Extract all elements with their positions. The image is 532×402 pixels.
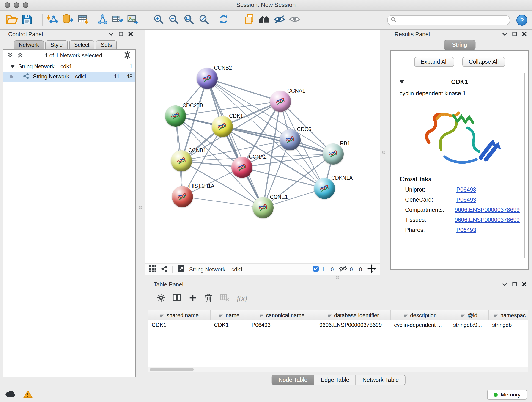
import-table-button[interactable]	[76, 13, 90, 27]
column-header-namespac[interactable]: namespac	[489, 310, 528, 320]
panel-close-icon[interactable]	[522, 31, 526, 38]
column-header-canonical-name[interactable]: canonical name	[248, 310, 316, 320]
panel-close-icon[interactable]	[128, 31, 133, 38]
minimize-window-button[interactable]	[14, 2, 19, 8]
network-row[interactable]: String Network – cdk1 11 48	[3, 71, 135, 82]
network-node-CCNB1[interactable]	[171, 150, 192, 172]
trash-icon[interactable]	[204, 293, 212, 304]
tab-network[interactable]: Network	[14, 40, 44, 49]
tab-style[interactable]: Style	[45, 40, 68, 49]
zoom-in-button[interactable]	[151, 13, 165, 27]
splitter-handle[interactable]	[139, 206, 142, 209]
share-network-icon[interactable]	[161, 265, 168, 274]
import-database-button[interactable]	[60, 13, 75, 27]
expand-all-button[interactable]: Expand All	[414, 57, 454, 67]
chevron-double-down-icon[interactable]	[7, 52, 13, 59]
network-node-CDC6[interactable]	[279, 129, 301, 150]
disclosure-triangle-icon[interactable]	[11, 63, 15, 70]
open-session-button[interactable]	[5, 13, 19, 27]
tab-sets[interactable]: Sets	[96, 40, 117, 49]
birdseye-grid-icon[interactable]	[149, 265, 156, 274]
splitter-handle[interactable]	[336, 276, 339, 279]
search-input[interactable]	[399, 16, 506, 24]
panel-float-icon[interactable]	[119, 31, 123, 38]
panel-float-icon[interactable]	[512, 31, 517, 38]
tab-string[interactable]: String	[444, 40, 475, 50]
zoom-window-button[interactable]	[23, 2, 28, 8]
table-cell[interactable]: P06493	[248, 320, 316, 330]
table-cell[interactable]: CDK1	[148, 320, 211, 330]
table-cell[interactable]: 9606.ENSP00000378699	[316, 320, 391, 330]
tab-select[interactable]: Select	[69, 40, 94, 49]
column-header-shared-name[interactable]: shared name	[148, 310, 211, 320]
zoom-selected-button[interactable]	[196, 13, 211, 27]
tab-node-table[interactable]: Node Table	[272, 375, 314, 385]
panel-close-icon[interactable]	[522, 281, 526, 288]
close-window-button[interactable]	[5, 2, 10, 8]
crosslink-link[interactable]: P06493	[456, 197, 476, 203]
table-cell[interactable]: stringdb:9...	[450, 320, 489, 330]
duplicate-button[interactable]	[242, 13, 256, 27]
gear-icon[interactable]	[124, 51, 131, 60]
refresh-layout-button[interactable]	[216, 13, 230, 27]
import-network-button[interactable]	[45, 13, 60, 27]
hscroll-thumb[interactable]	[150, 368, 194, 371]
zoom-out-button[interactable]	[166, 13, 181, 27]
network-collection-row[interactable]: String Network – cdk1 1	[3, 61, 135, 71]
column-header-database-identifier[interactable]: database identifier	[316, 310, 391, 320]
tab-edge-table[interactable]: Edge Table	[314, 375, 356, 385]
table-cell[interactable]: stringdb	[489, 320, 528, 330]
network-node-CCNA2[interactable]	[231, 157, 253, 178]
chevron-double-up-icon[interactable]	[17, 52, 23, 59]
network-node-CCNA1[interactable]	[270, 91, 291, 112]
collapse-section-triangle-icon[interactable]	[399, 77, 404, 86]
network-node-HIST1H1A[interactable]	[172, 186, 193, 207]
function-builder-button[interactable]: f(x)	[237, 294, 247, 303]
network-from-table-button[interactable]	[110, 13, 125, 27]
move-crosshair-icon[interactable]	[367, 264, 376, 274]
add-column-icon[interactable]	[189, 294, 196, 303]
save-session-button[interactable]	[20, 13, 34, 27]
selected-checkbox-icon[interactable]	[312, 265, 319, 273]
crosslink-link[interactable]: 9606.ENSP00000378699	[455, 217, 520, 223]
network-node-CDC25B[interactable]	[165, 105, 186, 127]
network-view-title: String Network – cdk1	[189, 266, 243, 273]
panel-chevron-down-icon[interactable]	[502, 281, 507, 288]
show-button[interactable]	[287, 13, 302, 27]
network-node-CDK1[interactable]	[212, 116, 233, 137]
tab-network-table[interactable]: Network Table	[355, 375, 405, 385]
network-node-CCNB2[interactable]	[196, 68, 218, 89]
splitter-handle[interactable]	[382, 151, 385, 154]
network-canvas[interactable]: CCNB2CCNA1CDC25BCDK1CDC6RB1CCNB1CCNA2CDK…	[145, 30, 380, 263]
column-header-description[interactable]: description	[391, 310, 450, 320]
collapse-all-button[interactable]: Collapse All	[462, 57, 505, 67]
hide-button[interactable]	[272, 13, 286, 27]
table-cell[interactable]: cyclin-dependent ...	[391, 320, 450, 330]
memory-button[interactable]: Memory	[487, 390, 527, 400]
home-button[interactable]	[257, 13, 271, 27]
panel-chevron-down-icon[interactable]	[502, 31, 507, 38]
column-header--id[interactable]: @id	[450, 310, 489, 320]
table-row[interactable]: CDK1CDK1P064939606.ENSP00000378699cyclin…	[148, 320, 528, 330]
warning-icon[interactable]	[23, 390, 32, 400]
network-node-RB1[interactable]	[323, 143, 344, 165]
crosslink-link[interactable]: P06493	[456, 186, 476, 193]
export-image-button[interactable]	[126, 13, 140, 27]
help-button[interactable]: ?	[516, 14, 527, 26]
select-columns-icon[interactable]	[173, 293, 181, 303]
crosslink-link[interactable]: 9606.ENSP00000378699	[455, 207, 520, 213]
table-gear-icon[interactable]	[157, 294, 165, 303]
new-network-button[interactable]	[95, 13, 109, 27]
network-node-CDKN1A[interactable]	[314, 178, 335, 199]
table-cell[interactable]: CDK1	[211, 320, 248, 330]
hidden-eye-slash-icon[interactable]	[339, 265, 347, 273]
open-in-window-icon[interactable]	[177, 265, 185, 274]
panel-chevron-down-icon[interactable]	[109, 31, 114, 38]
column-header-name[interactable]: name	[211, 310, 248, 320]
panel-float-icon[interactable]	[512, 281, 517, 288]
crosslink-link[interactable]: P06493	[456, 227, 476, 233]
table-hscrollbar[interactable]	[148, 367, 528, 372]
zoom-fit-button[interactable]	[181, 13, 196, 27]
cloud-icon[interactable]	[5, 390, 16, 399]
network-node-CCNE1[interactable]	[253, 197, 273, 218]
